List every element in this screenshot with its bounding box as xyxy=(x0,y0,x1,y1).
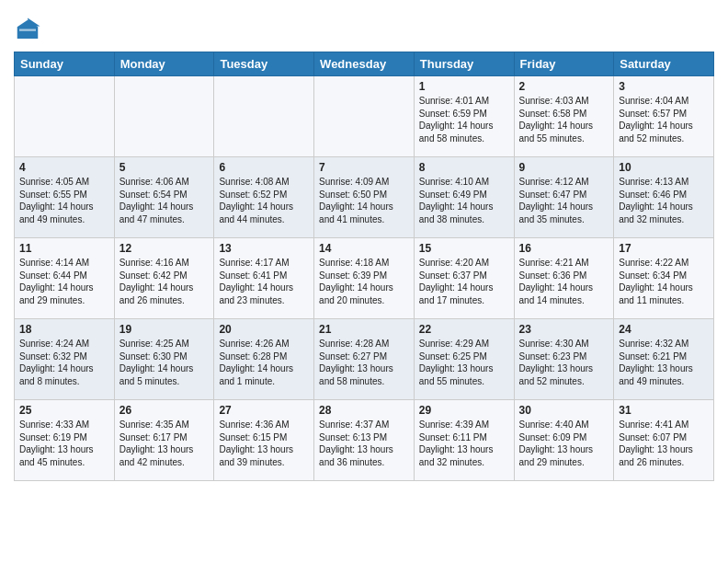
svg-marker-1 xyxy=(28,18,40,27)
day-detail: Sunrise: 4:22 AM Sunset: 6:34 PM Dayligh… xyxy=(619,257,709,306)
day-number: 3 xyxy=(619,80,709,93)
day-number: 13 xyxy=(219,242,309,255)
day-detail: Sunrise: 4:30 AM Sunset: 6:23 PM Dayligh… xyxy=(519,338,609,387)
day-cell: 4Sunrise: 4:05 AM Sunset: 6:55 PM Daylig… xyxy=(15,157,115,238)
day-cell: 23Sunrise: 4:30 AM Sunset: 6:23 PM Dayli… xyxy=(514,319,614,400)
page-header xyxy=(14,9,714,44)
day-cell xyxy=(15,76,115,157)
day-cell: 17Sunrise: 4:22 AM Sunset: 6:34 PM Dayli… xyxy=(614,238,714,319)
day-cell xyxy=(314,76,415,157)
day-detail: Sunrise: 4:12 AM Sunset: 6:47 PM Dayligh… xyxy=(519,176,609,225)
day-number: 12 xyxy=(119,242,210,255)
day-cell: 30Sunrise: 4:40 AM Sunset: 6:09 PM Dayli… xyxy=(514,400,614,481)
day-cell: 25Sunrise: 4:33 AM Sunset: 6:19 PM Dayli… xyxy=(15,400,115,481)
day-number: 16 xyxy=(519,242,609,255)
week-row-2: 4Sunrise: 4:05 AM Sunset: 6:55 PM Daylig… xyxy=(15,157,714,238)
day-detail: Sunrise: 4:13 AM Sunset: 6:46 PM Dayligh… xyxy=(619,176,709,225)
day-detail: Sunrise: 4:06 AM Sunset: 6:54 PM Dayligh… xyxy=(119,176,210,225)
day-detail: Sunrise: 4:26 AM Sunset: 6:28 PM Dayligh… xyxy=(219,338,309,387)
day-detail: Sunrise: 4:25 AM Sunset: 6:30 PM Dayligh… xyxy=(119,338,210,387)
page-container: SundayMondayTuesdayWednesdayThursdayFrid… xyxy=(0,0,728,495)
calendar-table: SundayMondayTuesdayWednesdayThursdayFrid… xyxy=(14,52,714,481)
day-number: 24 xyxy=(619,323,709,336)
week-row-3: 11Sunrise: 4:14 AM Sunset: 6:44 PM Dayli… xyxy=(15,238,714,319)
week-row-1: 1Sunrise: 4:01 AM Sunset: 6:59 PM Daylig… xyxy=(15,76,714,157)
day-detail: Sunrise: 4:24 AM Sunset: 6:32 PM Dayligh… xyxy=(19,338,109,387)
header-cell-saturday: Saturday xyxy=(614,52,714,76)
day-number: 2 xyxy=(519,80,609,93)
day-number: 17 xyxy=(619,242,709,255)
day-number: 4 xyxy=(19,161,109,174)
day-cell: 7Sunrise: 4:09 AM Sunset: 6:50 PM Daylig… xyxy=(314,157,415,238)
day-number: 21 xyxy=(319,323,409,336)
day-cell: 29Sunrise: 4:39 AM Sunset: 6:11 PM Dayli… xyxy=(414,400,514,481)
day-detail: Sunrise: 4:39 AM Sunset: 6:11 PM Dayligh… xyxy=(419,419,509,468)
day-cell: 14Sunrise: 4:18 AM Sunset: 6:39 PM Dayli… xyxy=(314,238,415,319)
day-number: 30 xyxy=(519,404,609,417)
day-detail: Sunrise: 4:32 AM Sunset: 6:21 PM Dayligh… xyxy=(619,338,709,387)
header-row: SundayMondayTuesdayWednesdayThursdayFrid… xyxy=(15,52,714,76)
day-detail: Sunrise: 4:33 AM Sunset: 6:19 PM Dayligh… xyxy=(19,419,109,468)
day-number: 20 xyxy=(219,323,309,336)
day-number: 19 xyxy=(119,323,210,336)
day-number: 11 xyxy=(19,242,109,255)
day-detail: Sunrise: 4:16 AM Sunset: 6:42 PM Dayligh… xyxy=(119,257,210,306)
day-cell: 20Sunrise: 4:26 AM Sunset: 6:28 PM Dayli… xyxy=(214,319,314,400)
day-number: 10 xyxy=(619,161,709,174)
day-number: 27 xyxy=(219,404,309,417)
svg-rect-2 xyxy=(19,29,36,31)
header-cell-thursday: Thursday xyxy=(414,52,514,76)
day-number: 1 xyxy=(419,80,509,93)
day-cell: 19Sunrise: 4:25 AM Sunset: 6:30 PM Dayli… xyxy=(114,319,214,400)
day-number: 15 xyxy=(419,242,509,255)
day-number: 7 xyxy=(319,161,409,174)
day-detail: Sunrise: 4:21 AM Sunset: 6:36 PM Dayligh… xyxy=(519,257,609,306)
day-number: 23 xyxy=(519,323,609,336)
day-detail: Sunrise: 4:18 AM Sunset: 6:39 PM Dayligh… xyxy=(319,257,409,306)
day-number: 26 xyxy=(119,404,210,417)
day-detail: Sunrise: 4:04 AM Sunset: 6:57 PM Dayligh… xyxy=(619,95,709,144)
day-detail: Sunrise: 4:14 AM Sunset: 6:44 PM Dayligh… xyxy=(19,257,109,306)
day-cell: 9Sunrise: 4:12 AM Sunset: 6:47 PM Daylig… xyxy=(514,157,614,238)
day-cell xyxy=(114,76,214,157)
day-number: 5 xyxy=(119,161,210,174)
day-detail: Sunrise: 4:36 AM Sunset: 6:15 PM Dayligh… xyxy=(219,419,309,468)
day-cell: 12Sunrise: 4:16 AM Sunset: 6:42 PM Dayli… xyxy=(114,238,214,319)
logo-icon xyxy=(14,17,41,44)
calendar-body: 1Sunrise: 4:01 AM Sunset: 6:59 PM Daylig… xyxy=(15,76,714,481)
day-number: 18 xyxy=(19,323,109,336)
day-detail: Sunrise: 4:09 AM Sunset: 6:50 PM Dayligh… xyxy=(319,176,409,225)
day-number: 25 xyxy=(19,404,109,417)
day-detail: Sunrise: 4:20 AM Sunset: 6:37 PM Dayligh… xyxy=(419,257,509,306)
day-number: 28 xyxy=(319,404,409,417)
day-cell: 24Sunrise: 4:32 AM Sunset: 6:21 PM Dayli… xyxy=(614,319,714,400)
header-cell-monday: Monday xyxy=(114,52,214,76)
day-number: 8 xyxy=(419,161,509,174)
day-cell: 3Sunrise: 4:04 AM Sunset: 6:57 PM Daylig… xyxy=(614,76,714,157)
day-cell: 22Sunrise: 4:29 AM Sunset: 6:25 PM Dayli… xyxy=(414,319,514,400)
day-cell: 28Sunrise: 4:37 AM Sunset: 6:13 PM Dayli… xyxy=(314,400,415,481)
day-detail: Sunrise: 4:08 AM Sunset: 6:52 PM Dayligh… xyxy=(219,176,309,225)
day-cell: 8Sunrise: 4:10 AM Sunset: 6:49 PM Daylig… xyxy=(414,157,514,238)
day-detail: Sunrise: 4:17 AM Sunset: 6:41 PM Dayligh… xyxy=(219,257,309,306)
day-cell xyxy=(214,76,314,157)
day-cell: 31Sunrise: 4:41 AM Sunset: 6:07 PM Dayli… xyxy=(614,400,714,481)
day-number: 9 xyxy=(519,161,609,174)
day-cell: 1Sunrise: 4:01 AM Sunset: 6:59 PM Daylig… xyxy=(414,76,514,157)
day-cell: 27Sunrise: 4:36 AM Sunset: 6:15 PM Dayli… xyxy=(214,400,314,481)
day-cell: 10Sunrise: 4:13 AM Sunset: 6:46 PM Dayli… xyxy=(614,157,714,238)
day-cell: 11Sunrise: 4:14 AM Sunset: 6:44 PM Dayli… xyxy=(15,238,115,319)
day-cell: 15Sunrise: 4:20 AM Sunset: 6:37 PM Dayli… xyxy=(414,238,514,319)
day-cell: 26Sunrise: 4:35 AM Sunset: 6:17 PM Dayli… xyxy=(114,400,214,481)
day-cell: 6Sunrise: 4:08 AM Sunset: 6:52 PM Daylig… xyxy=(214,157,314,238)
day-cell: 13Sunrise: 4:17 AM Sunset: 6:41 PM Dayli… xyxy=(214,238,314,319)
day-detail: Sunrise: 4:35 AM Sunset: 6:17 PM Dayligh… xyxy=(119,419,210,468)
header-cell-tuesday: Tuesday xyxy=(214,52,314,76)
day-cell: 2Sunrise: 4:03 AM Sunset: 6:58 PM Daylig… xyxy=(514,76,614,157)
day-cell: 5Sunrise: 4:06 AM Sunset: 6:54 PM Daylig… xyxy=(114,157,214,238)
day-detail: Sunrise: 4:40 AM Sunset: 6:09 PM Dayligh… xyxy=(519,419,609,468)
day-detail: Sunrise: 4:05 AM Sunset: 6:55 PM Dayligh… xyxy=(19,176,109,225)
header-cell-wednesday: Wednesday xyxy=(314,52,415,76)
week-row-5: 25Sunrise: 4:33 AM Sunset: 6:19 PM Dayli… xyxy=(15,400,714,481)
day-detail: Sunrise: 4:29 AM Sunset: 6:25 PM Dayligh… xyxy=(419,338,509,387)
